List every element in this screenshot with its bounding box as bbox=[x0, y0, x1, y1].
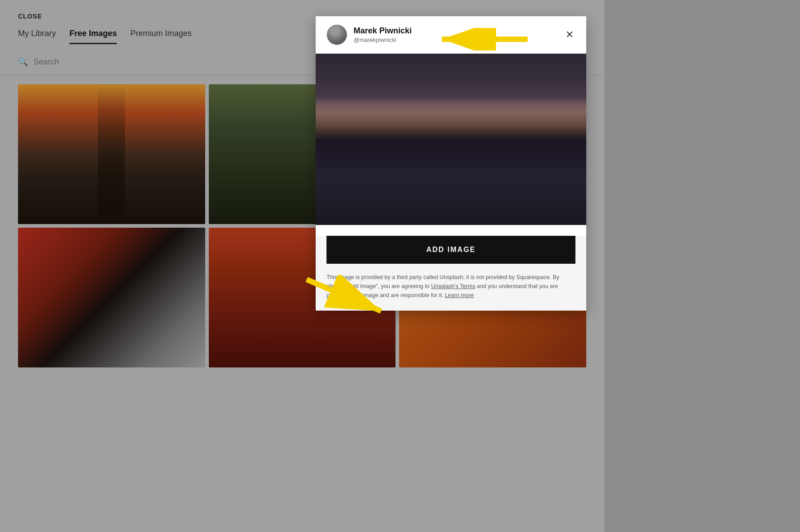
image-card-road-sunset[interactable] bbox=[18, 84, 205, 224]
avatar-image bbox=[327, 25, 347, 45]
avatar bbox=[326, 24, 347, 45]
search-icon: 🔍 bbox=[18, 57, 28, 67]
user-info: Marek Piwnicki @marekpiwnicki bbox=[326, 24, 412, 45]
add-image-button[interactable]: ADD IMAGE bbox=[326, 236, 575, 264]
learn-more-link[interactable]: Learn more bbox=[445, 292, 474, 298]
user-name: Marek Piwnicki bbox=[354, 26, 412, 36]
modal-footer: ADD IMAGE This image is provided by a th… bbox=[316, 236, 586, 311]
user-handle: @marekpiwnicki bbox=[354, 37, 412, 43]
close-button[interactable]: CLOSE bbox=[0, 0, 60, 29]
disclaimer-text: This image is provided by a third party … bbox=[316, 273, 586, 311]
modal-preview-image bbox=[316, 54, 586, 225]
modal-image-mountains bbox=[316, 105, 586, 225]
tab-my-library[interactable]: My Library bbox=[18, 29, 56, 44]
modal-close-button[interactable]: ✕ bbox=[564, 28, 575, 41]
user-details: Marek Piwnicki @marekpiwnicki bbox=[354, 26, 412, 43]
image-card-abstract-red[interactable] bbox=[18, 228, 205, 367]
modal-header: Marek Piwnicki @marekpiwnicki ✕ bbox=[316, 16, 586, 54]
tab-free-images[interactable]: Free Images bbox=[69, 29, 117, 44]
unsplash-terms-link[interactable]: Unsplash's Terms bbox=[431, 283, 475, 289]
tab-premium-images[interactable]: Premium Images bbox=[130, 29, 192, 44]
image-preview-modal: Marek Piwnicki @marekpiwnicki ✕ ADD IMAG… bbox=[316, 16, 586, 311]
